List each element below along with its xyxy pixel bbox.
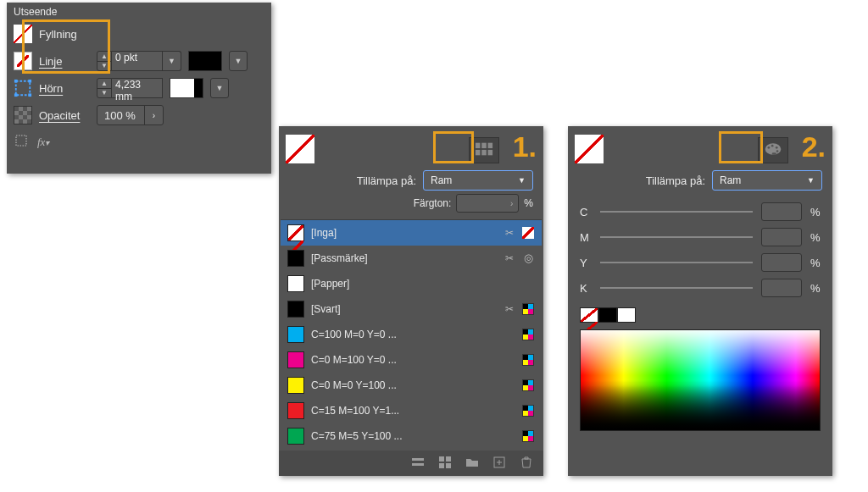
svg-rect-14 <box>439 456 444 462</box>
spectrum-picker[interactable] <box>580 329 821 431</box>
swatch-badges <box>494 429 535 443</box>
svg-point-20 <box>767 146 770 149</box>
mini-white-swatch[interactable] <box>617 307 636 323</box>
svg-rect-8 <box>487 143 492 148</box>
swatch-badges <box>494 404 535 417</box>
swatch-chip <box>287 402 304 419</box>
svg-point-22 <box>776 146 778 149</box>
swatches-popup: 1. Tillämpa på: Ram ▼ Färgton: › % [Inga… <box>279 126 543 476</box>
swatch-item[interactable]: [Papper] <box>281 271 542 296</box>
svg-rect-9 <box>476 150 481 155</box>
swatch-item[interactable]: [Inga] <box>281 220 542 246</box>
swatch-item[interactable]: C=75 M=5 Y=100 ... <box>281 423 542 449</box>
swatch-item[interactable]: [Svart] <box>281 296 542 322</box>
fill-row: Fyllning <box>14 21 264 47</box>
channel-slider[interactable] <box>600 262 753 263</box>
palette-icon[interactable] <box>758 137 788 163</box>
channel-label: K <box>580 282 592 295</box>
new-swatch-icon[interactable] <box>492 456 506 472</box>
svg-point-23 <box>776 150 778 152</box>
channel-value[interactable] <box>761 202 802 221</box>
swatch-badges <box>494 226 535 240</box>
svg-rect-17 <box>446 463 451 468</box>
swatches-bottom-bar <box>279 451 543 476</box>
process-color-icon <box>521 328 535 341</box>
stroke-weight-field[interactable]: ▲▼ 0 pkt ▼ <box>97 51 181 71</box>
tint-unit: % <box>524 197 533 209</box>
active-fill-swatch[interactable] <box>286 135 314 163</box>
new-swatch-group-icon[interactable] <box>438 456 452 472</box>
channel-value[interactable] <box>761 279 802 297</box>
swatch-item[interactable]: C=0 M=0 Y=100 ... <box>281 373 542 398</box>
corner-label[interactable]: Hörn <box>39 82 90 95</box>
cmyk-row: K% <box>580 275 821 301</box>
stroke-label[interactable]: Linje <box>39 55 90 68</box>
step-number-2: 2. <box>802 130 826 163</box>
fx-icon[interactable]: fx▾ <box>37 135 49 149</box>
svg-rect-12 <box>412 458 424 461</box>
corner-value-field[interactable]: ▲▼ 4,233 mm <box>97 78 163 98</box>
stroke-color-well[interactable] <box>188 51 222 71</box>
swatch-name: C=75 M=5 Y=100 ... <box>311 430 487 442</box>
swatch-badges <box>494 328 535 341</box>
swatch-chip <box>287 250 304 267</box>
chevron-down-icon: ▼ <box>807 176 815 185</box>
stroke-weight-dropdown[interactable]: ▼ <box>163 51 181 71</box>
corner-value[interactable]: 4,233 mm <box>112 78 163 98</box>
swatch-name: [Inga] <box>311 227 487 239</box>
mini-black-swatch[interactable] <box>598 307 617 323</box>
swatch-view-icon[interactable] <box>411 456 425 472</box>
tint-field[interactable]: › <box>456 194 519 213</box>
svg-rect-6 <box>476 143 481 148</box>
percent-label: % <box>810 257 821 269</box>
channel-slider[interactable] <box>600 211 753 213</box>
stroke-weight-spinner[interactable]: ▲▼ <box>97 51 112 71</box>
swatch-name: C=15 M=100 Y=1... <box>311 405 487 417</box>
swatch-name: C=100 M=0 Y=0 ... <box>311 329 487 340</box>
apply-dropdown-2[interactable]: Ram ▼ <box>712 170 822 191</box>
svg-rect-0 <box>16 81 31 96</box>
stroke-color-dropdown[interactable]: ▼ <box>229 51 248 71</box>
fill-swatch-icon[interactable] <box>14 25 32 43</box>
opacity-popout[interactable]: › <box>144 106 163 124</box>
svg-rect-16 <box>439 463 444 468</box>
swatch-item[interactable]: C=0 M=100 Y=0 ... <box>281 347 542 373</box>
none-badge-icon <box>521 226 535 240</box>
swatch-name: C=0 M=0 Y=100 ... <box>311 379 487 391</box>
channel-slider[interactable] <box>600 287 753 289</box>
svg-rect-2 <box>28 80 31 83</box>
swatch-item[interactable]: C=15 M=100 Y=1... <box>281 398 542 423</box>
opacity-value[interactable]: 100 % <box>97 109 144 122</box>
channel-value[interactable] <box>761 228 802 246</box>
apply-dropdown[interactable]: Ram ▼ <box>423 170 533 191</box>
opacity-field[interactable]: 100 % › <box>97 105 164 125</box>
corner-row: Hörn ▲▼ 4,233 mm ▼ <box>14 75 264 101</box>
channel-value[interactable] <box>761 253 802 272</box>
fill-label[interactable]: Fyllning <box>39 28 90 41</box>
folder-icon[interactable] <box>465 456 479 472</box>
swatch-name: [Papper] <box>311 278 487 290</box>
opacity-label[interactable]: Opacitet <box>39 109 90 122</box>
swatch-badges <box>494 252 535 265</box>
corner-shape-well[interactable] <box>170 78 203 98</box>
percent-label: % <box>810 231 821 244</box>
chevron-down-icon: ▼ <box>518 176 526 185</box>
corner-shape-dropdown[interactable]: ▼ <box>210 78 229 98</box>
swatch-badges <box>494 379 535 392</box>
svg-rect-7 <box>481 143 487 148</box>
swatch-grid-icon[interactable] <box>469 137 499 163</box>
mini-none-swatch[interactable] <box>580 307 598 323</box>
stroke-weight-value[interactable]: 0 pkt <box>112 51 163 71</box>
isolate-icon[interactable] <box>14 133 29 151</box>
swatch-item[interactable]: [Passmärke] <box>281 246 542 271</box>
cmyk-sliders: C%M%Y%K% <box>568 194 832 304</box>
trash-icon[interactable] <box>520 456 533 472</box>
corner-spinner[interactable]: ▲▼ <box>97 78 112 98</box>
stroke-swatch-icon[interactable] <box>14 52 32 70</box>
active-fill-swatch-2[interactable] <box>575 135 604 163</box>
process-color-icon <box>521 302 535 316</box>
swatch-item[interactable]: C=100 M=0 Y=0 ... <box>281 322 542 347</box>
svg-rect-15 <box>446 456 451 462</box>
apply-value: Ram <box>431 174 452 186</box>
channel-slider[interactable] <box>600 236 753 238</box>
